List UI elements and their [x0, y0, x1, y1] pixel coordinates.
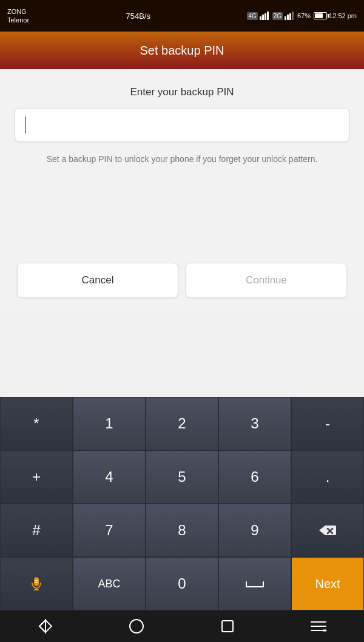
recent-nav-button[interactable]: [213, 612, 242, 641]
keyboard-row-4: ABC 0 Next: [0, 557, 364, 610]
backspace-icon: [318, 523, 337, 538]
key-2[interactable]: 2: [146, 397, 218, 450]
svg-rect-0: [260, 16, 261, 20]
next-button[interactable]: Next: [291, 557, 364, 610]
key-3[interactable]: 3: [218, 397, 291, 450]
pin-input-field[interactable]: [15, 108, 349, 142]
key-hash[interactable]: #: [0, 504, 73, 557]
back-nav-button[interactable]: [31, 612, 60, 641]
continue-button: Continue: [186, 263, 347, 298]
network-speed: 754B/s: [126, 12, 150, 21]
status-icons: 4G 2G 67% 12:52 pm: [247, 12, 357, 20]
carrier1-label: ZONG: [7, 7, 29, 16]
home-nav-button[interactable]: [122, 612, 151, 641]
svg-rect-5: [287, 15, 289, 20]
key-plus[interactable]: +: [0, 450, 73, 504]
page-title: Set backup PIN: [140, 44, 224, 58]
main-content: Enter your backup PIN Set a backup PIN t…: [0, 69, 364, 313]
key-4[interactable]: 4: [73, 450, 146, 504]
enter-pin-label: Enter your backup PIN: [15, 86, 349, 98]
svg-point-14: [130, 620, 143, 633]
home-icon: [129, 618, 144, 634]
time-label: 12:52 pm: [329, 12, 357, 19]
svg-rect-2: [265, 13, 266, 20]
key-0[interactable]: 0: [146, 557, 218, 610]
svg-rect-6: [289, 13, 291, 20]
svg-rect-4: [285, 16, 286, 20]
mic-icon: [28, 575, 45, 592]
space-icon: [244, 578, 266, 589]
key-minus[interactable]: -: [291, 397, 364, 450]
menu-nav-button[interactable]: [304, 612, 333, 641]
key-8[interactable]: 8: [146, 504, 218, 557]
action-buttons: Cancel Continue: [15, 263, 349, 298]
svg-rect-15: [222, 621, 233, 632]
keyboard-row-2: + 4 5 6 .: [0, 450, 364, 504]
key-mic[interactable]: [0, 557, 73, 610]
cancel-button[interactable]: Cancel: [17, 263, 178, 298]
battery-icon: [314, 12, 327, 19]
pin-hint-text: Set a backup PIN to unlock your phone if…: [15, 153, 349, 166]
spacer: [15, 166, 349, 263]
signal1-icon: [260, 12, 271, 20]
svg-marker-13: [39, 620, 46, 632]
carrier2-label: Telenor: [7, 16, 29, 24]
key-9[interactable]: 9: [218, 504, 291, 557]
key-1[interactable]: 1: [73, 397, 146, 450]
svg-rect-7: [292, 12, 294, 20]
carrier-info: ZONG Telenor: [7, 7, 29, 25]
keyboard-row-1: * 1 2 3 -: [0, 397, 364, 450]
key-asterisk[interactable]: *: [0, 397, 73, 450]
key-7[interactable]: 7: [73, 504, 146, 557]
svg-rect-3: [267, 12, 269, 20]
menu-icon: [310, 620, 327, 633]
signal2-icon: [285, 12, 295, 20]
key-backspace[interactable]: [291, 504, 364, 557]
nav-bar: [0, 610, 364, 642]
back-icon: [37, 618, 54, 635]
svg-rect-1: [262, 15, 264, 20]
key-5[interactable]: 5: [146, 450, 218, 504]
keyboard: * 1 2 3 - + 4 5 6 . # 7 8 9: [0, 397, 364, 610]
key-period[interactable]: .: [291, 450, 364, 504]
battery-percent: 67%: [297, 12, 311, 19]
status-bar: ZONG Telenor 754B/s 4G 2G 67% 12:52 pm: [0, 0, 364, 32]
network-type2: 2G: [272, 12, 283, 20]
network-type1: 4G: [247, 12, 257, 20]
key-6[interactable]: 6: [218, 450, 291, 504]
key-abc[interactable]: ABC: [73, 557, 146, 610]
key-space[interactable]: [218, 557, 291, 610]
text-cursor: [25, 117, 26, 133]
keyboard-row-3: # 7 8 9: [0, 504, 364, 557]
recent-icon: [220, 619, 235, 634]
title-bar: Set backup PIN: [0, 32, 364, 69]
